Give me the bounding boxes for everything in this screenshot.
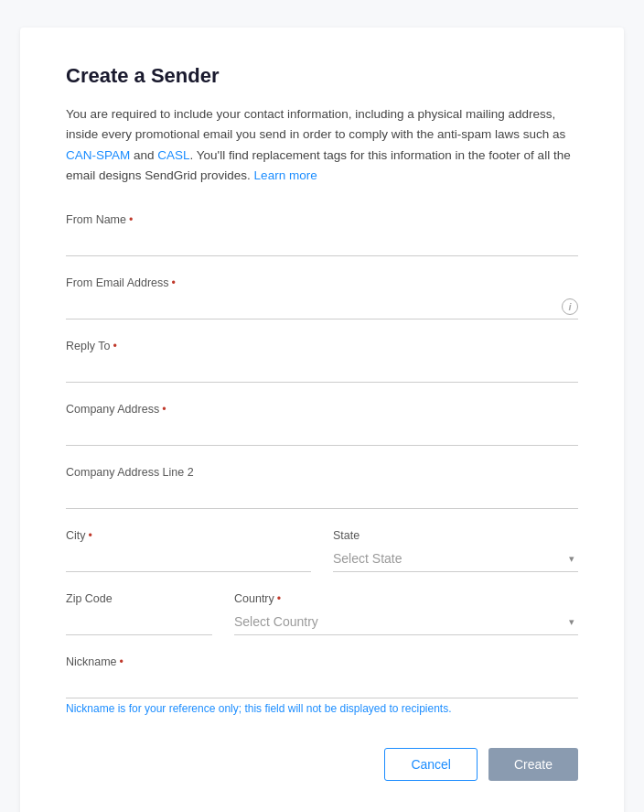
nickname-label: Nickname• xyxy=(66,655,578,668)
required-indicator: • xyxy=(113,340,116,352)
company-address-group: Company Address• xyxy=(66,403,578,446)
reply-to-group: Reply To• xyxy=(66,340,578,383)
company-address-input[interactable] xyxy=(66,419,578,446)
city-state-row: City• State Select State ▾ xyxy=(66,529,578,572)
from-email-input-wrapper: i xyxy=(66,293,578,319)
cancel-button[interactable]: Cancel xyxy=(384,748,478,781)
state-select[interactable]: Select State xyxy=(333,546,578,571)
zip-label: Zip Code xyxy=(66,592,212,605)
country-select[interactable]: Select Country xyxy=(234,609,578,634)
can-spam-link[interactable]: CAN-SPAM xyxy=(66,148,130,162)
from-email-label: From Email Address• xyxy=(66,276,578,289)
create-sender-card: Create a Sender You are required to incl… xyxy=(20,27,624,812)
required-indicator: • xyxy=(120,655,123,668)
page-description: You are required to include your contact… xyxy=(66,104,578,186)
nickname-hint: Nickname is for your reference only; thi… xyxy=(66,702,578,715)
required-indicator: • xyxy=(162,403,166,416)
state-group: State Select State ▾ xyxy=(333,529,578,572)
description-text-1: You are required to include your contact… xyxy=(66,107,565,141)
from-name-group: From Name• xyxy=(66,213,578,256)
from-name-input[interactable] xyxy=(66,230,578,256)
company-address-label: Company Address• xyxy=(66,403,578,416)
description-text-2: and xyxy=(130,148,157,162)
from-name-label: From Name• xyxy=(66,213,578,226)
from-email-input[interactable] xyxy=(66,293,578,319)
button-row: Cancel Create xyxy=(66,748,578,781)
required-indicator: • xyxy=(172,276,176,289)
required-indicator: • xyxy=(89,529,92,542)
required-indicator: • xyxy=(277,592,281,605)
required-indicator: • xyxy=(129,213,133,226)
nickname-group: Nickname• Nickname is for your reference… xyxy=(66,655,578,715)
zip-country-row: Zip Code Country• Select Country ▾ xyxy=(66,592,578,635)
learn-more-link[interactable]: Learn more xyxy=(254,168,317,182)
info-icon[interactable]: i xyxy=(562,298,578,315)
create-button[interactable]: Create xyxy=(488,748,578,781)
page-title: Create a Sender xyxy=(66,64,578,88)
state-select-wrapper: Select State ▾ xyxy=(333,546,578,572)
country-label: Country• xyxy=(234,592,578,605)
company-address-line2-label: Company Address Line 2 xyxy=(66,466,578,479)
zip-group: Zip Code xyxy=(66,592,212,635)
company-address-line2-group: Company Address Line 2 xyxy=(66,466,578,509)
from-email-group: From Email Address• i xyxy=(66,276,578,319)
country-group: Country• Select Country ▾ xyxy=(234,592,578,635)
city-input[interactable] xyxy=(66,546,311,572)
city-label: City• xyxy=(66,529,311,542)
nickname-input[interactable] xyxy=(66,672,578,698)
company-address-line2-input[interactable] xyxy=(66,482,578,509)
reply-to-input[interactable] xyxy=(66,356,578,383)
reply-to-label: Reply To• xyxy=(66,340,578,352)
country-select-wrapper: Select Country ▾ xyxy=(234,609,578,635)
zip-input[interactable] xyxy=(66,609,212,635)
state-label: State xyxy=(333,529,578,542)
casl-link[interactable]: CASL xyxy=(157,148,189,162)
city-group: City• xyxy=(66,529,311,572)
